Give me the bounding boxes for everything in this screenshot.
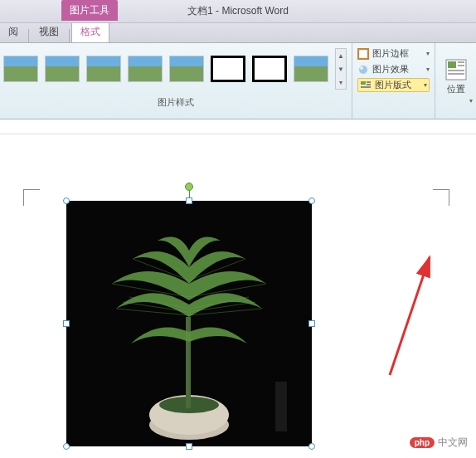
svg-rect-1 (360, 51, 367, 57)
picture-border-label: 图片边框 (372, 47, 409, 60)
position-icon (444, 58, 468, 81)
picture-tools-context-tab: 图片工具 (61, 0, 118, 21)
resize-handle-r[interactable] (308, 320, 315, 327)
dropdown-arrow-icon: ▾ (469, 97, 473, 105)
resize-handle-t[interactable] (186, 197, 192, 204)
picture-styles-group: ▲ ▼ ▾ 图片样式 (0, 43, 352, 119)
picture-style-8[interactable] (294, 56, 328, 82)
resize-handle-bl[interactable] (63, 443, 70, 450)
picture-layout-label: 图片版式 (375, 79, 411, 91)
tab-review[interactable]: 阅 (0, 22, 27, 42)
svg-rect-4 (361, 81, 366, 85)
svg-rect-9 (448, 61, 456, 68)
page-corner-mark (433, 189, 449, 206)
resize-handle-tr[interactable] (308, 197, 315, 204)
tab-format[interactable]: 格式 (71, 21, 109, 42)
resize-handle-tl[interactable] (63, 197, 70, 204)
picture-style-5[interactable] (169, 56, 204, 82)
dropdown-arrow-icon: ▾ (426, 66, 430, 73)
resize-handle-l[interactable] (63, 320, 70, 327)
tab-view[interactable]: 视图 (31, 22, 67, 42)
position-label: 位置 (447, 83, 465, 95)
picture-effects-button[interactable]: 图片效果 ▾ (357, 62, 430, 76)
picture-style-6[interactable] (211, 56, 245, 82)
watermark-badge: php (410, 437, 435, 448)
svg-point-3 (360, 66, 363, 70)
border-icon (357, 48, 369, 60)
dropdown-arrow-icon: ▾ (424, 81, 427, 89)
selected-image[interactable] (66, 201, 312, 446)
svg-rect-29 (275, 382, 287, 431)
svg-rect-12 (448, 70, 464, 71)
bar-icon: ▾ (339, 79, 342, 86)
styles-gallery: ▲ ▼ ▾ (0, 43, 352, 95)
picture-style-1[interactable] (3, 56, 38, 82)
resize-handle-br[interactable] (308, 443, 315, 450)
svg-line-30 (390, 257, 430, 375)
svg-rect-11 (458, 65, 464, 66)
svg-rect-5 (367, 81, 371, 83)
effects-icon (357, 64, 369, 76)
dropdown-arrow-icon: ▾ (426, 50, 430, 57)
svg-rect-18 (186, 317, 191, 408)
svg-rect-13 (448, 73, 464, 75)
picture-style-2[interactable] (45, 56, 80, 82)
picture-style-3[interactable] (86, 56, 121, 82)
image-content (66, 201, 312, 446)
ruler-area (0, 119, 476, 134)
window-title: 文档1 - Microsoft Word (187, 4, 289, 18)
svg-rect-7 (361, 86, 371, 88)
document-canvas[interactable]: php 中文网 (0, 134, 476, 458)
rotate-handle[interactable] (185, 183, 193, 191)
svg-rect-6 (367, 84, 371, 85)
annotation-arrow (373, 251, 448, 383)
titlebar: 图片工具 文档1 - Microsoft Word (0, 0, 476, 23)
chevron-down-icon: ▼ (338, 66, 344, 73)
svg-point-2 (359, 66, 367, 74)
ribbon-tabs: 阅 视图 格式 (0, 23, 476, 43)
picture-style-7[interactable] (252, 56, 287, 82)
watermark: php 中文网 (410, 436, 468, 450)
picture-border-button[interactable]: 图片边框 ▾ (357, 46, 430, 61)
resize-handle-b[interactable] (186, 443, 192, 450)
picture-options-group: 图片边框 ▾ 图片效果 ▾ 图片版式 ▾ (352, 43, 435, 119)
chevron-up-icon: ▲ (338, 52, 344, 60)
layout-icon (360, 80, 372, 91)
picture-style-4[interactable] (128, 56, 163, 82)
page-corner-mark (23, 189, 40, 206)
ribbon: ▲ ▼ ▾ 图片样式 图片边框 ▾ 图片效果 ▾ 图片版式 (0, 43, 476, 119)
watermark-text: 中文网 (438, 436, 468, 450)
styles-group-label: 图片样式 (0, 95, 352, 110)
picture-effects-label: 图片效果 (372, 63, 409, 76)
position-button[interactable]: 位置 ▾ (435, 43, 476, 119)
gallery-more-button[interactable]: ▲ ▼ ▾ (335, 48, 347, 90)
svg-rect-10 (458, 61, 464, 63)
picture-layout-button[interactable]: 图片版式 ▾ (357, 78, 430, 92)
